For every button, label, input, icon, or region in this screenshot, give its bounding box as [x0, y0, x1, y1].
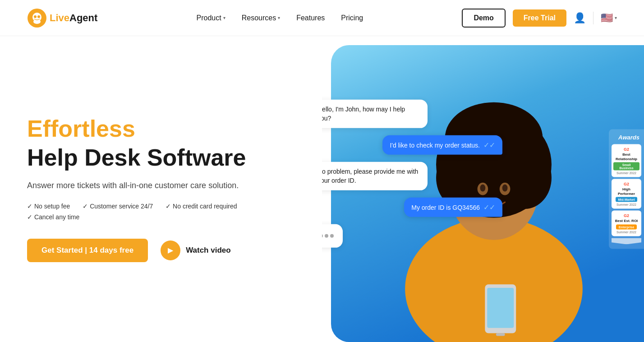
award-ribbon-3: Enterprise — [616, 224, 637, 229]
nav-pricing[interactable]: Pricing — [341, 14, 363, 22]
award-title-3: Best Est. ROI — [615, 219, 638, 223]
award-title-2: High Performer — [613, 187, 639, 196]
check-no-setup: ✓ No setup fee — [27, 203, 70, 210]
demo-button[interactable]: Demo — [462, 9, 505, 28]
chevron-down-icon: ▾ — [223, 15, 225, 20]
nav-actions: Demo Free Trial 👤 🇺🇸 ▾ — [462, 9, 617, 28]
dot-2 — [325, 234, 328, 238]
read-receipts: ✓✓ — [483, 141, 495, 149]
chat-bubble-3: No problem, please provide me with your … — [322, 162, 428, 190]
g2-logo-2: G2 — [624, 182, 629, 186]
play-icon: ▶ — [161, 240, 180, 260]
logo-text: LiveAgent — [50, 12, 97, 24]
logo-icon — [27, 8, 47, 28]
nav-divider — [593, 12, 593, 24]
hero-subtitle: Answer more tickets with all-in-one cust… — [27, 180, 295, 192]
svg-point-3 — [34, 15, 37, 18]
hero-checks: ✓ No setup fee ✓ Customer service 24/7 ✓… — [27, 203, 295, 221]
chat-bubble-1: Hello, I'm John, how may I help you? — [322, 100, 428, 128]
award-year-2: Summer 2022 — [616, 203, 636, 206]
chat-bubble-4: My order ID is GQ34566 ✓✓ — [404, 198, 502, 217]
user-icon[interactable]: 👤 — [574, 12, 586, 24]
nav-product[interactable]: Product ▾ — [197, 14, 225, 22]
dot-1 — [322, 234, 323, 238]
hero-tagline: Effortless — [27, 116, 295, 142]
chat-bubble-2: I'd like to check my order status. ✓✓ — [382, 135, 502, 155]
language-selector[interactable]: 🇺🇸 ▾ — [601, 12, 617, 24]
hero-left: Effortless Help Desk Software Answer mor… — [0, 36, 322, 342]
chevron-down-icon: ▾ — [278, 15, 280, 20]
chat-row-2: I'd like to check my order status. ✓✓ — [322, 135, 502, 155]
chat-row-typing — [322, 224, 502, 248]
svg-rect-20 — [496, 333, 505, 336]
award-year-3: Summer 2022 — [616, 230, 636, 233]
hero-background: Hello, I'm John, how may I help you? I'd… — [322, 36, 644, 342]
get-started-button[interactable]: Get Started | 14 days free — [27, 239, 148, 262]
awards-panel: Awards G2 Best Relationship Small Busine… — [609, 129, 644, 249]
typing-dots — [322, 231, 334, 241]
chat-row-3: No problem, please provide me with your … — [322, 162, 502, 190]
dot-3 — [330, 234, 334, 238]
hero-title: Help Desk Software — [27, 145, 295, 171]
free-trial-button[interactable]: Free Trial — [513, 9, 566, 27]
award-badge-2: G2 High Performer Mid-Market Summer 2022 — [612, 179, 641, 209]
flag-icon: 🇺🇸 — [601, 12, 613, 24]
nav-features[interactable]: Features — [296, 14, 325, 22]
hero-ctas: Get Started | 14 days free ▶ Watch video — [27, 239, 295, 262]
g2-logo-1: G2 — [624, 147, 629, 152]
check-no-credit-card: ✓ No credit card required — [166, 203, 237, 210]
chat-row-4: My order ID is GQ34566 ✓✓ — [322, 198, 502, 217]
check-customer-service: ✓ Customer service 24/7 — [83, 203, 153, 210]
hero-right: Hello, I'm John, how may I help you? I'd… — [322, 36, 644, 342]
chat-row-1: Hello, I'm John, how may I help you? — [322, 100, 502, 128]
award-ribbon-1: Small Business — [613, 162, 639, 171]
check-cancel: ✓ Cancel any time — [27, 213, 79, 221]
read-receipts-2: ✓✓ — [483, 203, 495, 212]
svg-rect-19 — [487, 288, 514, 328]
navbar: LiveAgent Product ▾ Resources ▾ Features… — [0, 0, 644, 36]
chat-bubbles: Hello, I'm John, how may I help you? I'd… — [322, 100, 502, 248]
typing-indicator — [322, 224, 343, 248]
nav-resources[interactable]: Resources ▾ — [242, 14, 280, 22]
hero-section: Effortless Help Desk Software Answer mor… — [0, 36, 644, 342]
logo[interactable]: LiveAgent — [27, 8, 97, 28]
award-year-1: Summer 2022 — [616, 171, 636, 175]
award-badge-3: G2 Best Est. ROI Enterprise Summer 2022 — [612, 211, 641, 236]
g2-logo-3: G2 — [624, 213, 629, 218]
watch-video-button[interactable]: ▶ Watch video — [161, 240, 231, 260]
nav-links: Product ▾ Resources ▾ Features Pricing — [197, 14, 363, 22]
award-title-1: Best Relationship — [613, 153, 639, 161]
svg-point-15 — [502, 185, 508, 192]
svg-point-4 — [37, 15, 40, 18]
chevron-down-icon: ▾ — [615, 15, 617, 20]
award-badge-1: G2 Best Relationship Small Business Summ… — [612, 144, 641, 177]
award-arrow — [612, 238, 641, 244]
awards-label: Awards — [612, 134, 641, 141]
award-ribbon-2: Mid-Market — [616, 197, 638, 202]
